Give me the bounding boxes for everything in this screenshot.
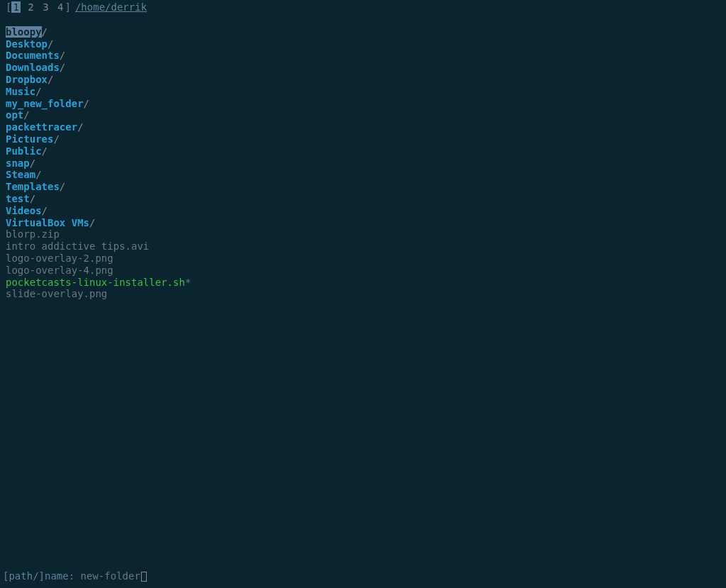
directory-entry[interactable]: Downloads/	[6, 62, 720, 74]
prompt-label: [path/]name:	[3, 570, 81, 582]
dir-suffix-icon: /	[77, 121, 83, 133]
exec-suffix-icon: *	[185, 277, 191, 288]
entry-name: my_new_folder	[6, 98, 84, 109]
entry-name: snap	[6, 157, 30, 169]
file-entry[interactable]: logo-overlay-2.png	[6, 253, 720, 265]
executable-entry[interactable]: pocketcasts-linux-installer.sh*	[6, 277, 720, 289]
header-bar: [ 1 2 3 4 ] /home/derrik	[0, 0, 726, 15]
directory-entry[interactable]: opt/	[6, 109, 720, 121]
entry-name: opt	[6, 109, 23, 121]
entry-name: blorp.zip	[6, 228, 60, 240]
entry-name: Desktop	[6, 38, 48, 50]
status-bar: [path/]name: new-folder	[0, 567, 726, 588]
entry-name: Downloads	[6, 62, 60, 73]
dir-suffix-icon: /	[42, 145, 48, 157]
tab-list: 1 2 3 4	[11, 1, 65, 13]
entry-name: logo-overlay-4.png	[6, 265, 113, 276]
dir-suffix-icon: /	[53, 133, 59, 145]
dir-suffix-icon: /	[84, 98, 89, 109]
dir-suffix-icon: /	[60, 181, 65, 192]
bracket-open: [	[6, 1, 11, 13]
dir-suffix-icon: /	[30, 193, 35, 204]
dir-suffix-icon: /	[60, 62, 65, 73]
dir-suffix-icon: /	[48, 38, 53, 50]
dir-suffix-icon: /	[42, 26, 48, 38]
dir-suffix-icon: /	[35, 169, 41, 180]
entry-name: intro addictive tips.avi	[6, 240, 149, 252]
file-listing: bloopy/Desktop/Documents/Downloads/Dropb…	[0, 23, 726, 303]
entry-name: bloopy	[6, 26, 42, 38]
directory-entry[interactable]: Documents/	[6, 50, 720, 62]
entry-name: Music	[6, 86, 35, 97]
tab-3[interactable]: 3	[41, 1, 50, 13]
entry-name: packettracer	[6, 121, 77, 133]
dir-suffix-icon: /	[48, 74, 53, 85]
entry-name: Public	[6, 145, 42, 157]
file-entry[interactable]: slide-overlay.png	[6, 288, 720, 300]
entry-name: slide-overlay.png	[6, 288, 107, 299]
directory-entry[interactable]: Templates/	[6, 181, 720, 193]
entry-name: Videos	[6, 205, 42, 216]
file-entry[interactable]: blorp.zip	[6, 228, 720, 240]
dir-suffix-icon: /	[30, 157, 35, 169]
directory-entry[interactable]: test/	[6, 193, 720, 205]
cursor-icon	[141, 572, 147, 582]
entry-name: Pictures	[6, 133, 53, 145]
prompt-input-value[interactable]: new-folder	[81, 570, 140, 582]
directory-entry[interactable]: Videos/	[6, 205, 720, 217]
dir-suffix-icon: /	[42, 205, 48, 216]
directory-entry[interactable]: Desktop/	[6, 38, 720, 50]
directory-entry[interactable]: my_new_folder/	[6, 98, 720, 110]
directory-entry[interactable]: Public/	[6, 145, 720, 157]
directory-entry[interactable]: Pictures/	[6, 133, 720, 145]
file-entry[interactable]: logo-overlay-4.png	[6, 265, 720, 277]
current-directory-path[interactable]: /home/derrik	[75, 1, 147, 13]
entry-name: Templates	[6, 181, 60, 192]
entry-name: logo-overlay-2.png	[6, 253, 113, 264]
entry-name: Documents	[6, 50, 60, 61]
entry-name: VirtualBox VMs	[6, 217, 89, 228]
directory-entry[interactable]: snap/	[6, 157, 720, 170]
directory-entry[interactable]: Steam/	[6, 169, 720, 181]
directory-entry[interactable]: packettracer/	[6, 121, 720, 133]
directory-entry[interactable]: Music/	[6, 86, 720, 98]
entry-name: Steam	[6, 169, 35, 180]
dir-suffix-icon: /	[89, 217, 95, 228]
dir-suffix-icon: /	[35, 86, 41, 97]
entry-name: Dropbox	[6, 74, 48, 85]
dir-suffix-icon: /	[23, 109, 29, 121]
tab-2[interactable]: 2	[26, 1, 35, 13]
directory-entry[interactable]: Dropbox/	[6, 74, 720, 86]
tab-1[interactable]: 1	[11, 1, 20, 13]
file-entry[interactable]: intro addictive tips.avi	[6, 240, 720, 253]
directory-entry[interactable]: bloopy/	[6, 26, 720, 38]
directory-entry[interactable]: VirtualBox VMs/	[6, 217, 720, 229]
entry-name: test	[6, 193, 30, 204]
bracket-close: ]	[65, 1, 71, 13]
dir-suffix-icon: /	[60, 50, 65, 61]
entry-name: pocketcasts-linux-installer.sh	[6, 277, 185, 288]
tab-4[interactable]: 4	[56, 1, 65, 13]
